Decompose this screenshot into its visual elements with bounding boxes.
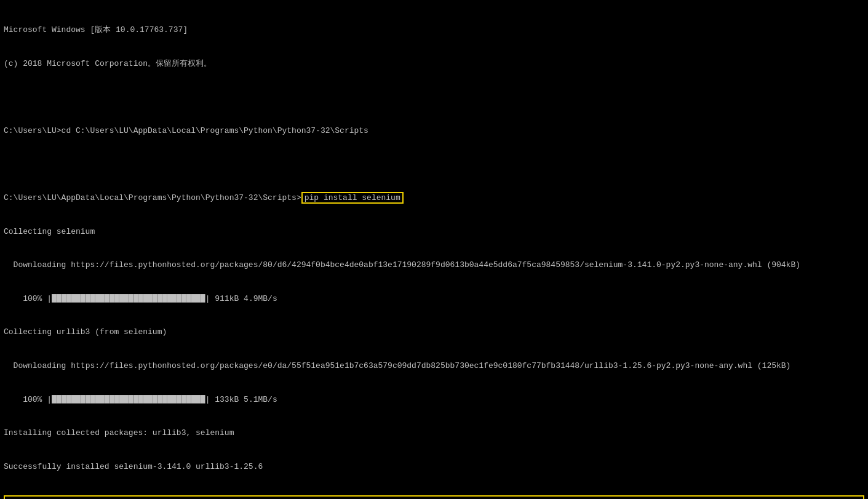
- pip-install-selenium-cmd: pip install selenium: [301, 192, 404, 204]
- terminal-window: Microsoft Windows [版本 10.0.17763.737] (c…: [4, 2, 864, 499]
- pip-install-selenium-line: C:\Users\LU\AppData\Local\Programs\Pytho…: [4, 193, 864, 204]
- win-version-line: Microsoft Windows [版本 10.0.17763.737]: [4, 25, 864, 36]
- pip-warning-block: You are using pip version 18.1, however …: [4, 495, 864, 499]
- progress-urllib3: 100% |████████████████████████████████| …: [4, 394, 864, 405]
- cd-command-line: C:\Users\LU>cd C:\Users\LU\AppData\Local…: [4, 126, 864, 137]
- successfully-installed: Successfully installed selenium-3.141.0 …: [4, 461, 864, 473]
- blank-line-2: [4, 159, 864, 170]
- downloading-urllib3: Downloading https://files.pythonhosted.o…: [4, 361, 864, 372]
- progress-selenium: 100% |████████████████████████████████| …: [4, 293, 864, 305]
- blank-line-1: [4, 92, 864, 103]
- downloading-selenium: Downloading https://files.pythonhosted.o…: [4, 260, 864, 271]
- installing-collected: Installing collected packages: urllib3, …: [4, 428, 864, 439]
- collecting-urllib3: Collecting urllib3 (from selenium): [4, 327, 864, 338]
- collecting-selenium: Collecting selenium: [4, 226, 864, 238]
- win-copyright-line: (c) 2018 Microsoft Corporation。保留所有权利。: [4, 58, 864, 70]
